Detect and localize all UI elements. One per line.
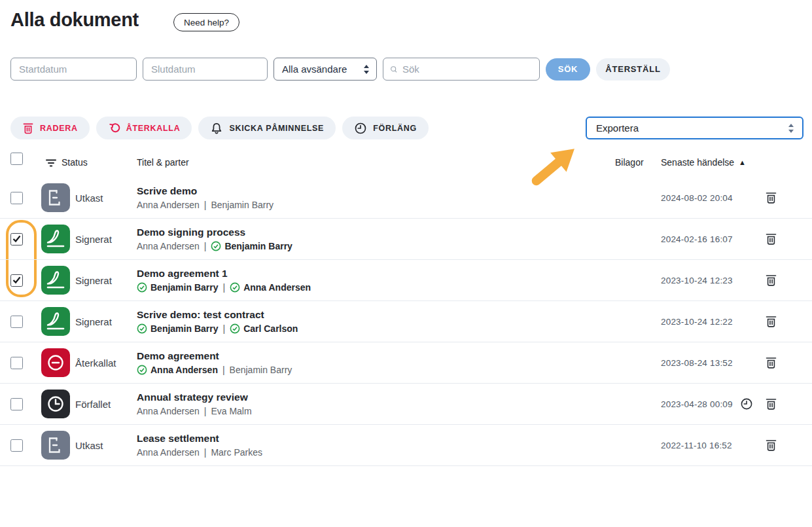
trash-icon (765, 439, 777, 452)
document-title[interactable]: Lease settlement (137, 433, 262, 445)
extend-button-label: FÖRLÄNG (373, 124, 417, 133)
row-checkbox[interactable] (10, 233, 23, 245)
trash-icon (765, 315, 777, 328)
sender-filter-value: Alla avsändare (282, 64, 347, 75)
extend-button[interactable]: FÖRLÄNG (342, 117, 429, 139)
table-header: Status Titel & parter Bilagor Senaste hä… (0, 152, 812, 173)
select-all-checkbox[interactable] (10, 153, 23, 165)
party-name-signed: Anna Andersen (230, 282, 311, 293)
document-cell: Demo agreement 1 Benjamin Barry | Anna A… (137, 268, 311, 293)
send-reminder-button[interactable]: SKICKA PÅMINNELSE (198, 117, 336, 139)
sender-filter-select[interactable]: Alla avsändare (274, 58, 377, 81)
row-actions (740, 384, 777, 424)
row-checkbox-input[interactable] (10, 274, 23, 287)
trash-icon (765, 191, 777, 204)
delete-button[interactable]: RADERA (10, 117, 90, 139)
row-checkbox[interactable] (10, 439, 23, 452)
party-name-signed: Carl Carlson (230, 323, 298, 334)
row-actions (765, 219, 777, 259)
document-cell: Annual strategy review Anna Andersen | E… (137, 391, 252, 416)
status-signed-icon (41, 266, 70, 295)
row-checkbox-input[interactable] (10, 192, 23, 204)
row-checkbox[interactable] (10, 192, 23, 204)
row-checkbox[interactable] (10, 274, 23, 287)
row-checkbox-input[interactable] (10, 398, 23, 410)
delete-row-button[interactable] (765, 439, 777, 452)
bell-icon (210, 122, 223, 135)
documents-page: Alla dokument Need help? Alla avsändare … (0, 0, 812, 527)
document-parties: Anna Andersen | Eva Malm (137, 406, 252, 416)
recall-button[interactable]: ÅTERKALLA (96, 117, 192, 139)
row-actions (765, 342, 777, 383)
search-icon (390, 64, 398, 75)
sort-ascending-icon: ▲ (739, 158, 746, 166)
document-cell: Demo signing process Anna Andersen | Ben… (137, 227, 292, 251)
document-title[interactable]: Annual strategy review (137, 391, 252, 403)
signed-check-icon (211, 241, 221, 251)
delete-row-button[interactable] (765, 356, 777, 369)
delete-row-button[interactable] (765, 315, 777, 328)
signed-check-icon (230, 282, 240, 293)
status-label: Signerat (75, 219, 112, 259)
reset-button[interactable]: ÅTERSTÄLL (596, 58, 670, 81)
row-checkbox-input[interactable] (10, 233, 23, 245)
column-header-status[interactable]: Status (46, 157, 88, 168)
row-checkbox-input[interactable] (10, 357, 23, 369)
filter-bar: Alla avsändare SÖK ÅTERSTÄLL (10, 58, 670, 81)
document-title[interactable]: Demo agreement 1 (137, 268, 311, 280)
document-cell: Scrive demo Anna Andersen | Benjamin Bar… (137, 185, 274, 210)
last-event-date: 2023-10-24 12:22 (661, 301, 733, 342)
last-event-date: 2023-04-28 00:09 (661, 384, 733, 424)
document-title[interactable]: Demo signing process (137, 227, 292, 238)
row-checkbox[interactable] (10, 398, 23, 410)
search-input[interactable] (402, 64, 533, 75)
document-parties: Anna Andersen | Marc Parkes (137, 447, 262, 458)
select-all-checkbox-input[interactable] (10, 153, 23, 165)
party-separator: | (222, 365, 225, 375)
signed-check-icon (137, 282, 147, 293)
party-separator: | (222, 282, 225, 293)
document-title[interactable]: Demo agreement (137, 350, 292, 362)
extend-row-button[interactable] (740, 397, 753, 410)
delete-row-button[interactable] (765, 232, 777, 245)
need-help-button[interactable]: Need help? (173, 13, 239, 31)
row-checkbox[interactable] (10, 316, 23, 328)
document-cell: Lease settlement Anna Andersen | Marc Pa… (137, 433, 262, 458)
search-button[interactable]: SÖK (546, 58, 590, 81)
trash-icon (765, 397, 777, 410)
table-row: Förfallet Annual strategy review Anna An… (0, 384, 812, 425)
party-name: Anna Andersen (137, 447, 200, 458)
table-row: Signerat Scrive demo: test contract Benj… (0, 301, 812, 342)
party-separator: | (204, 447, 207, 458)
end-date-input[interactable] (143, 58, 268, 81)
party-separator: | (222, 323, 225, 334)
column-header-attachments: Bilagor (615, 157, 644, 168)
export-select[interactable]: Exportera (586, 117, 803, 139)
delete-row-button[interactable] (765, 191, 777, 204)
delete-row-button[interactable] (765, 274, 777, 287)
status-label: Förfallet (75, 384, 111, 424)
column-header-title-parties: Titel & parter (137, 157, 189, 168)
document-parties: Benjamin Barry | Anna Andersen (137, 282, 311, 293)
status-label: Utkast (75, 177, 103, 218)
last-event-date: 2023-08-24 13:52 (661, 342, 733, 383)
document-title[interactable]: Scrive demo: test contract (137, 309, 298, 321)
start-date-input[interactable] (10, 58, 137, 81)
select-arrows-icon (363, 64, 370, 75)
row-checkbox[interactable] (10, 357, 23, 369)
row-actions (765, 425, 777, 465)
table-row: Signerat Demo agreement 1 Benjamin Barry… (0, 260, 812, 301)
document-title[interactable]: Scrive demo (137, 185, 274, 197)
status-draft-icon (41, 183, 70, 212)
party-separator: | (204, 406, 207, 416)
column-header-last-event[interactable]: Senaste händelse ▲ (661, 157, 746, 168)
delete-row-button[interactable] (765, 397, 777, 410)
clock-icon (740, 397, 753, 410)
row-checkbox-input[interactable] (10, 439, 23, 452)
status-draft-icon (41, 431, 70, 460)
recall-button-label: ÅTERKALLA (126, 124, 181, 133)
trash-icon (765, 274, 777, 287)
send-reminder-button-label: SKICKA PÅMINNELSE (229, 124, 324, 133)
table-row: Utkast Lease settlement Anna Andersen | … (0, 425, 812, 466)
row-checkbox-input[interactable] (10, 316, 23, 328)
